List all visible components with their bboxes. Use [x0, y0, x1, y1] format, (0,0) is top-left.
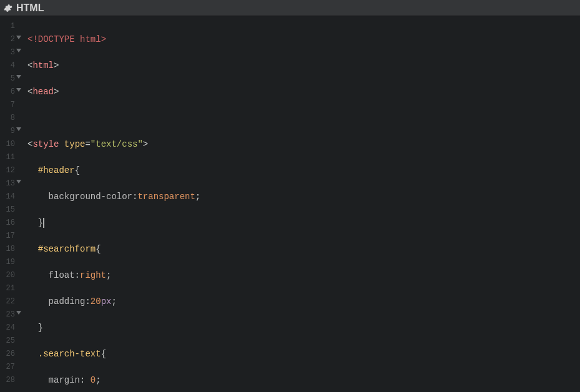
code-line: float:right;	[27, 269, 580, 282]
code-line: margin: 0;	[27, 374, 580, 387]
code-area[interactable]: <!DOCTYPE html> <html> <head> <style typ…	[19, 16, 580, 392]
code-line: <html>	[27, 59, 580, 72]
code-line	[27, 112, 580, 125]
gutter: 1 2 3 4 5 6 7 8 9 10 11 12 13 14 15 16 1…	[0, 16, 19, 392]
gear-icon[interactable]	[4, 4, 12, 12]
code-line: .search-text{	[27, 348, 580, 361]
code-line: }	[27, 321, 580, 335]
panel-header: HTML	[0, 0, 580, 16]
code-line: }	[27, 217, 580, 230]
code-line: #searchform{	[27, 243, 580, 256]
code-line: #header{	[27, 164, 580, 177]
code-editor[interactable]: 1 2 3 4 5 6 7 8 9 10 11 12 13 14 15 16 1…	[0, 16, 580, 392]
code-line: background-color:transparent;	[27, 190, 580, 203]
editor-panel: HTML 1 2 3 4 5 6 7 8 9 10 11 12 13 14 15…	[0, 0, 580, 392]
code-line: padding:20px;	[27, 295, 580, 308]
code-line: <!DOCTYPE html>	[27, 33, 580, 46]
code-line: <style type="text/css">	[27, 138, 580, 151]
panel-title: HTML	[16, 2, 44, 14]
code-line: <head>	[27, 86, 580, 99]
text-cursor	[43, 218, 44, 228]
